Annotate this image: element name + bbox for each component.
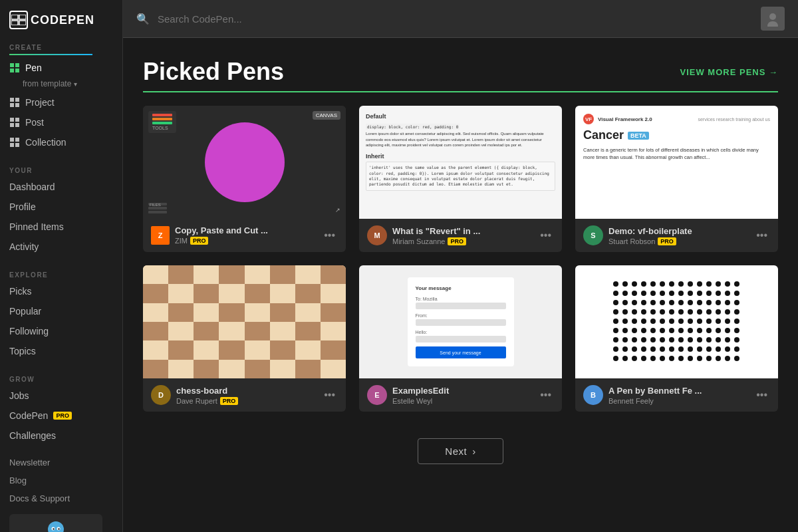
logo-area: CODEPEN: [0, 0, 122, 37]
svg-rect-0: [11, 15, 18, 19]
avatar-box: [9, 514, 102, 532]
pen-info-1: Copy, Paste and Cut ... ZIM PRO: [175, 225, 316, 245]
pen-more-btn-6[interactable]: •••: [753, 388, 770, 402]
octopus-icon: [39, 517, 72, 532]
next-arrow-icon: ›: [472, 446, 476, 457]
post-label: Post: [25, 117, 44, 128]
pen-meta-3: S Demo: vf-boilerplate Stuart Robson PRO…: [575, 219, 778, 252]
sidebar-item-jobs[interactable]: Jobs: [0, 386, 122, 406]
pen-author-4: Dave Rupert PRO: [176, 397, 316, 405]
view-more-pens-link[interactable]: VIEW MORE PENS →: [680, 67, 778, 77]
popular-label: Popular: [9, 306, 41, 317]
dots-grid: [613, 281, 741, 362]
pen-1-pro-badge: PRO: [190, 237, 209, 245]
pen-card-5[interactable]: Your message To: Mozilla From: Hello:: [359, 265, 562, 412]
sidebar-item-post[interactable]: Post: [0, 112, 122, 132]
next-label: Next: [445, 446, 467, 457]
explore-section-label: EXPLORE: [0, 265, 122, 281]
picks-label: Picks: [9, 286, 31, 297]
pen-card-2[interactable]: Default display: block, color: red, padd…: [359, 106, 562, 252]
pen-meta-2: M What is "Revert" in ... Miriam Suzanne…: [359, 219, 562, 252]
pen-author-avatar-1: Z: [151, 226, 170, 245]
pen-more-btn-4[interactable]: •••: [321, 388, 338, 402]
pen-meta-6: B A Pen by Bennett Fe ... Bennett Feely …: [575, 378, 778, 412]
pen-card-6[interactable]: B A Pen by Bennett Fe ... Bennett Feely …: [575, 265, 778, 412]
next-button[interactable]: Next ›: [418, 438, 503, 464]
grow-section-label: GROW: [0, 369, 122, 386]
sidebar-item-activity[interactable]: Activity: [0, 237, 122, 257]
pen-more-btn-3[interactable]: •••: [753, 228, 770, 243]
pen-author-avatar-5: E: [367, 385, 387, 405]
pen-2-pro-badge: PRO: [448, 237, 466, 245]
sidebar-item-challenges[interactable]: Challenges: [0, 426, 122, 446]
title-divider: [143, 91, 778, 92]
sidebar-item-project[interactable]: Project: [0, 92, 122, 112]
codepen-pro-badge: PRO: [53, 412, 72, 420]
sidebar-item-popular[interactable]: Popular: [0, 301, 122, 321]
pen-author-5: Estelle Weyl: [392, 397, 532, 405]
sidebar-item-from-template[interactable]: from template ▾: [0, 78, 122, 92]
header-avatar[interactable]: [761, 7, 785, 31]
pen-author-2: Miriam Suzanne PRO: [392, 237, 532, 245]
sidebar-bottom-avatar: [0, 507, 122, 532]
pen-card-3[interactable]: VF Visual Framework 2.0 services researc…: [575, 106, 778, 252]
search-input[interactable]: [158, 13, 753, 25]
pen-title-2: What is "Revert" in ...: [392, 226, 532, 236]
pen-author-avatar-3: S: [583, 225, 603, 245]
challenges-label: Challenges: [9, 430, 56, 441]
sidebar-item-topics[interactable]: Topics: [0, 341, 122, 361]
svg-point-9: [53, 528, 54, 529]
svg-rect-1: [19, 15, 26, 19]
content-area: Picked Pens VIEW MORE PENS → TOOLS CANVA…: [123, 38, 798, 491]
pen-info-3: Demo: vf-boilerplate Stuart Robson PRO: [608, 226, 748, 245]
sidebar-item-picks[interactable]: Picks: [0, 281, 122, 301]
sidebar-item-codepen[interactable]: CodePen PRO: [0, 406, 122, 426]
pen-info-5: ExamplesEdit Estelle Weyl: [392, 386, 532, 405]
user-avatar-icon: [762, 8, 783, 29]
logo-icon: [9, 11, 28, 29]
page-header: Picked Pens VIEW MORE PENS →: [143, 58, 778, 86]
pen-author-avatar-6: B: [583, 385, 603, 405]
newsletter-link[interactable]: Newsletter: [0, 454, 122, 471]
pen-title-3: Demo: vf-boilerplate: [608, 226, 748, 236]
dots-preview: [575, 265, 778, 378]
pen-title-4: chess-board: [176, 386, 316, 396]
pen-more-btn-1[interactable]: •••: [321, 228, 338, 243]
svg-rect-3: [19, 21, 26, 25]
sidebar-item-profile[interactable]: Profile: [0, 197, 122, 217]
pen-more-btn-2[interactable]: •••: [537, 228, 554, 243]
project-label: Project: [25, 97, 55, 108]
pen-preview-6: [575, 265, 778, 378]
sidebar-item-following[interactable]: Following: [0, 321, 122, 341]
pen-icon: [9, 63, 20, 73]
sidebar-item-dashboard[interactable]: Dashboard: [0, 177, 122, 197]
collection-label: Collection: [25, 137, 66, 148]
sidebar-item-collection[interactable]: Collection: [0, 132, 122, 152]
svg-rect-2: [11, 21, 18, 25]
docs-support-link[interactable]: Docs & Support: [0, 489, 122, 507]
pen-more-btn-5[interactable]: •••: [537, 388, 554, 402]
pen-meta-1: Z Copy, Paste and Cut ... ZIM PRO •••: [143, 219, 346, 251]
pen-meta-5: E ExamplesEdit Estelle Weyl •••: [359, 378, 562, 412]
jobs-label: Jobs: [9, 390, 29, 401]
pen-author-3: Stuart Robson PRO: [608, 237, 748, 245]
svg-point-10: [58, 528, 59, 529]
dashboard-label: Dashboard: [9, 182, 55, 192]
your-section-label: YOUR: [0, 160, 122, 177]
following-label: Following: [9, 326, 49, 336]
sidebar-item-pen[interactable]: Pen: [0, 58, 122, 78]
pen-info-6: A Pen by Bennett Fe ... Bennett Feely: [608, 386, 748, 405]
blog-link[interactable]: Blog: [0, 471, 122, 489]
profile-label: Profile: [9, 201, 36, 212]
create-section-label: CREATE: [0, 37, 122, 58]
pen-author-1: ZIM PRO: [175, 237, 316, 245]
pinned-items-label: Pinned Items: [9, 221, 64, 232]
topics-label: Topics: [9, 346, 36, 356]
pen-card-4[interactable]: D chess-board Dave Rupert PRO •••: [143, 265, 346, 412]
pen-preview-2: Default display: block, color: red, padd…: [359, 106, 562, 219]
pen-author-avatar-2: M: [367, 225, 387, 245]
pen-meta-4: D chess-board Dave Rupert PRO •••: [143, 378, 346, 412]
sidebar-item-pinned-items[interactable]: Pinned Items: [0, 217, 122, 237]
pen-card-1[interactable]: TOOLS CANVAS ↗ FILES Z: [143, 106, 346, 252]
pen-author-6: Bennett Feely: [608, 397, 748, 405]
